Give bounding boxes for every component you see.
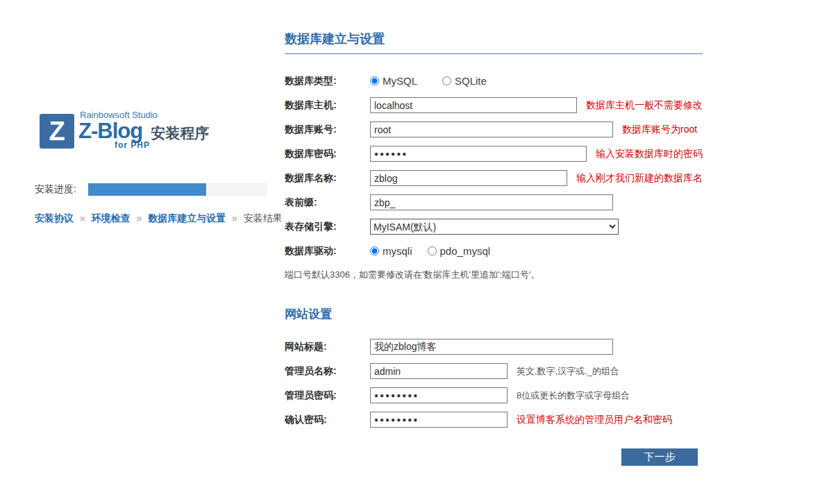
db-password-input[interactable] — [370, 146, 587, 162]
breadcrumb-install-result: 安装结果 — [244, 212, 283, 224]
db-type-label: 数据库类型: — [285, 75, 370, 87]
db-name-hint: 输入刚才我们新建的数据库名 — [576, 172, 703, 185]
confirm-password-row: 确认密码: 设置博客系统的管理员用户名和密码 — [285, 412, 703, 428]
db-host-hint: 数据库主机一般不需要修改 — [586, 99, 703, 112]
db-driver-pdo-radio[interactable] — [428, 246, 437, 255]
progress-label: 安装进度: — [35, 183, 88, 196]
db-driver-pdo-label: pdo_mysql — [440, 245, 491, 257]
next-step-button[interactable]: 下一步 — [621, 448, 698, 466]
table-prefix-input[interactable] — [370, 194, 613, 210]
admin-name-row: 管理员名称: 英文,数字,汉字或._的组合 — [285, 363, 703, 379]
db-name-label: 数据库名称: — [285, 172, 370, 185]
db-user-input[interactable] — [370, 121, 613, 137]
breadcrumb-separator: » — [80, 212, 85, 224]
db-host-input[interactable] — [370, 97, 577, 113]
db-type-mysql-radio[interactable] — [370, 76, 379, 85]
site-title-label: 网站标题: — [285, 341, 370, 353]
breadcrumb-install-agreement[interactable]: 安装协议 — [35, 212, 74, 224]
confirm-password-label: 确认密码: — [285, 414, 370, 426]
table-engine-select[interactable]: MyISAM(默认) — [370, 219, 619, 235]
db-host-row: 数据库主机: 数据库主机一般不需要修改 — [285, 97, 703, 113]
db-name-row: 数据库名称: 输入刚才我们新建的数据库名 — [285, 170, 703, 186]
logo-text: Rainbowsoft Studio Z-Blog 安装程序 for PHP — [78, 110, 209, 150]
database-section-title: 数据库建立与设置 — [285, 31, 703, 54]
admin-password-input[interactable] — [370, 387, 508, 403]
db-type-mysql-option[interactable]: MySQL — [370, 75, 417, 87]
button-row: 下一步 — [285, 448, 703, 466]
db-password-label: 数据库密码: — [285, 148, 370, 160]
db-type-mysql-label: MySQL — [383, 75, 417, 87]
zblog-logo-icon: Z — [40, 114, 74, 149]
db-user-hint: 数据库账号为root — [622, 124, 697, 136]
table-engine-row: 表存储引擎: MyISAM(默认) — [285, 219, 703, 235]
port-note: 端口号默认3306，如需要修改请在'数据库主机'里追加':端口号'。 — [285, 269, 703, 281]
admin-password-hint: 8位或更长的数字或字母组合 — [517, 389, 630, 402]
brand-name: Z-Blog — [78, 120, 142, 142]
breadcrumb-database-setup[interactable]: 数据库建立与设置 — [148, 212, 226, 224]
db-type-sqlite-radio[interactable] — [442, 76, 451, 85]
db-user-row: 数据库账号: 数据库账号为root — [285, 121, 703, 137]
site-section-title: 网站设置 — [285, 306, 703, 322]
db-driver-pdo-option[interactable]: pdo_mysql — [428, 245, 491, 257]
db-type-sqlite-option[interactable]: SQLite — [442, 75, 487, 87]
admin-name-label: 管理员名称: — [285, 365, 370, 378]
breadcrumb-environment-check[interactable]: 环境检查 — [92, 212, 131, 224]
breadcrumb-separator: » — [232, 212, 237, 224]
db-driver-label: 数据库驱动: — [285, 245, 370, 258]
confirm-password-input[interactable] — [370, 412, 508, 428]
install-progress: 安装进度: — [35, 183, 267, 196]
admin-name-input[interactable] — [370, 363, 508, 379]
admin-password-label: 管理员密码: — [285, 389, 370, 402]
table-prefix-row: 表前缀: — [285, 194, 703, 210]
db-user-label: 数据库账号: — [285, 124, 370, 136]
installer-title: 安装程序 — [151, 124, 209, 143]
install-wizard-page: Z Rainbowsoft Studio Z-Blog 安装程序 for PHP… — [0, 0, 813, 504]
admin-password-row: 管理员密码: 8位或更长的数字或字母组合 — [285, 387, 703, 403]
db-driver-mysqli-option[interactable]: mysqli — [370, 245, 412, 257]
zblog-logo: Z Rainbowsoft Studio Z-Blog 安装程序 for PHP — [40, 110, 209, 150]
breadcrumb-separator: » — [136, 212, 142, 224]
db-password-row: 数据库密码: 输入安装数据库时的密码 — [285, 146, 703, 162]
main-form: 数据库建立与设置 数据库类型: MySQL SQLite 数据库主机: 数据库主… — [285, 31, 703, 466]
admin-name-hint: 英文,数字,汉字或._的组合 — [517, 365, 619, 378]
db-type-row: 数据库类型: MySQL SQLite — [285, 73, 703, 89]
db-type-sqlite-label: SQLite — [455, 75, 487, 87]
progress-bar-track — [88, 183, 267, 196]
site-title-row: 网站标题: — [285, 339, 703, 355]
confirm-password-hint: 设置博客系统的管理员用户名和密码 — [517, 414, 672, 426]
table-engine-label: 表存储引擎: — [285, 221, 370, 233]
db-driver-row: 数据库驱动: mysqli pdo_mysql — [285, 243, 703, 259]
table-prefix-label: 表前缀: — [285, 196, 370, 209]
progress-fill — [88, 183, 206, 196]
breadcrumb: 安装协议 » 环境检查 » 数据库建立与设置 » 安装结果 — [35, 212, 283, 225]
db-host-label: 数据库主机: — [285, 99, 370, 112]
db-password-hint: 输入安装数据库时的密码 — [596, 148, 703, 160]
db-driver-mysqli-radio[interactable] — [370, 246, 379, 255]
db-name-input[interactable] — [370, 170, 567, 186]
site-title-input[interactable] — [370, 339, 613, 355]
db-driver-mysqli-label: mysqli — [383, 245, 412, 257]
